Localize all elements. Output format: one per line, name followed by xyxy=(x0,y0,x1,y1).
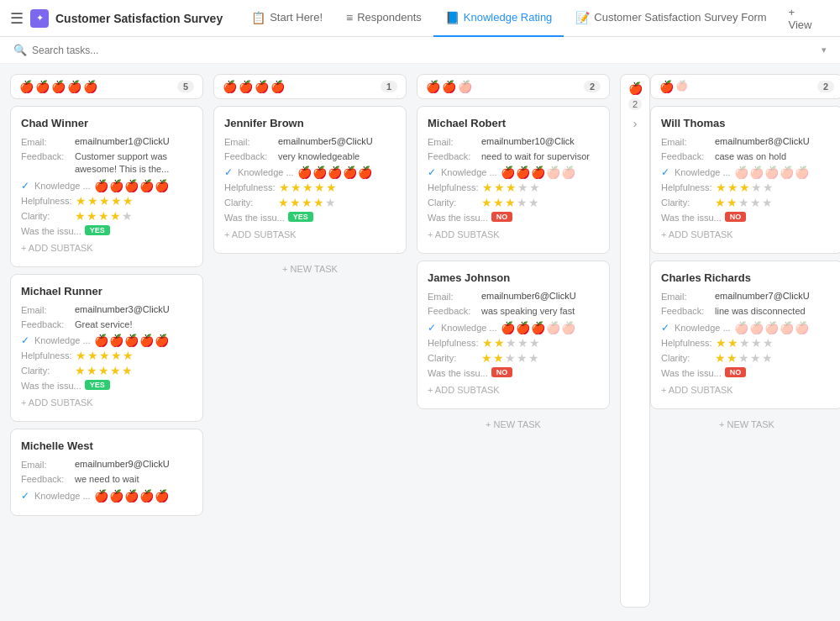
email-value: emailnumber8@ClickU xyxy=(715,136,832,146)
add-subtask-btn[interactable]: + ADD SUBTASK xyxy=(224,226,396,243)
helpfulness-stars: ★★★★★ xyxy=(716,182,774,193)
collapsed-count: 2 xyxy=(628,98,642,110)
search-bar: 🔍 ▾ xyxy=(0,37,840,64)
expand-icon[interactable]: › xyxy=(633,117,638,130)
check-icon: ✓ xyxy=(21,180,29,192)
clarity-stars: ★★★★★ xyxy=(715,352,773,364)
check-icon: ✓ xyxy=(661,322,669,334)
column-4-stars: 🍎 🍎 🍎 🍎 1 Jennifer Brown Email: emailnum… xyxy=(213,74,407,608)
email-value: emailnumber1@ClickU xyxy=(75,136,192,146)
column-1-star-collapsed[interactable]: 🍎 2 › xyxy=(620,74,650,608)
add-subtask-btn[interactable]: + ADD SUBTASK xyxy=(661,382,832,398)
check-icon: ✓ xyxy=(661,166,669,178)
card-title: Michelle West xyxy=(21,439,192,452)
issue-badge: YES xyxy=(85,380,110,390)
header: ☰ ✦ Customer Satisfaction Survey 📋 Start… xyxy=(0,0,840,37)
feedback-value: Great service! xyxy=(75,318,192,331)
clarity-stars: ★★★★★ xyxy=(75,365,133,376)
issue-badge: NO xyxy=(491,212,513,222)
column-header-2: 🍎 🍎 2 xyxy=(650,74,840,99)
column-count-2: 2 xyxy=(817,81,834,92)
knowledge-stars: 🍎🍎🍎🍎🍎 xyxy=(94,490,169,502)
column-header-5: 🍎 🍎 🍎 🍎 🍎 5 xyxy=(10,74,203,99)
clarity-stars: ★★★★★ xyxy=(715,197,773,208)
clarity-stars: ★★★★★ xyxy=(278,197,336,208)
column-header-4: 🍎 🍎 🍎 🍎 1 xyxy=(213,74,407,99)
column-3-stars: 🍎 🍎 🍎 2 Michael Robert Email: emailnumbe… xyxy=(417,74,610,608)
card-title: Chad Winner xyxy=(21,117,192,129)
nav-tabs: 📋 Start Here! ≡ Respondents 📘 Knowledge … xyxy=(239,0,830,37)
column-header-3: 🍎 🍎 🍎 2 xyxy=(417,74,610,99)
feedback-value: need to wait for supervisor xyxy=(481,150,599,163)
search-input[interactable] xyxy=(32,45,816,56)
column-2-stars: 🍎 🍎 2 ∧ ∨ Will Thomas Email: emailnumber… xyxy=(650,74,840,608)
start-icon: 📋 xyxy=(251,11,265,24)
search-icon: 🔍 xyxy=(13,44,27,56)
issue-badge: NO xyxy=(725,367,747,377)
tab-start-here[interactable]: 📋 Start Here! xyxy=(239,0,334,37)
email-value: emailnumber10@Click xyxy=(481,136,599,146)
feedback-value: case was on hold xyxy=(715,150,832,163)
check-icon: ✓ xyxy=(428,166,436,178)
helpfulness-stars: ★★★★★ xyxy=(279,182,337,193)
column-count-4: 1 xyxy=(381,81,397,92)
add-subtask-btn[interactable]: + ADD SUBTASK xyxy=(428,382,599,398)
email-value: emailnumber3@ClickU xyxy=(75,304,192,314)
card-title: James Johnson xyxy=(428,271,599,284)
search-dropdown-icon[interactable]: ▾ xyxy=(822,45,827,55)
tab-knowledge-rating[interactable]: 📘 Knowledge Rating xyxy=(433,0,564,37)
knowledge-stars: 🍎🍎🍎🍎🍎 xyxy=(94,180,169,192)
column-stars: 🍎 🍎 xyxy=(659,80,688,93)
card-will-thomas: Will Thomas Email: emailnumber8@ClickU F… xyxy=(650,106,840,254)
column-count-3: 2 xyxy=(584,81,601,92)
card-michael-runner: Michael Runner Email: emailnumber3@Click… xyxy=(10,274,203,422)
card-michael-robert: Michael Robert Email: emailnumber10@Clic… xyxy=(417,106,610,254)
issue-badge: YES xyxy=(85,225,110,235)
card-title: Michael Runner xyxy=(21,285,192,297)
add-subtask-btn[interactable]: + ADD SUBTASK xyxy=(21,239,192,256)
board: 🍎 🍎 🍎 🍎 🍎 5 Chad Winner Email: emailnumb… xyxy=(0,64,840,618)
check-icon: ✓ xyxy=(21,490,29,502)
add-subtask-btn[interactable]: + ADD SUBTASK xyxy=(428,226,599,243)
email-value: emailnumber6@ClickU xyxy=(481,291,599,301)
form-icon: 📝 xyxy=(575,11,590,24)
add-subtask-btn[interactable]: + ADD SUBTASK xyxy=(21,394,192,411)
knowledge-stars: 🍎🍎🍎🍎🍎 xyxy=(734,322,809,334)
add-subtask-btn[interactable]: + ADD SUBTASK xyxy=(661,226,832,243)
helpfulness-stars: ★★★★★ xyxy=(482,182,540,193)
respondents-icon: ≡ xyxy=(346,11,353,24)
menu-icon[interactable]: ☰ xyxy=(10,9,24,28)
column-stars: 🍎 🍎 🍎 🍎 xyxy=(223,80,285,93)
project-title: Customer Satisfaction Survey xyxy=(55,12,223,25)
knowledge-icon: 📘 xyxy=(445,11,459,24)
card-jennifer-brown: Jennifer Brown Email: emailnumber5@Click… xyxy=(213,106,407,254)
knowledge-stars: 🍎🍎🍎🍎🍎 xyxy=(297,166,372,178)
check-icon: ✓ xyxy=(21,334,29,346)
new-task-btn[interactable]: + NEW TASK xyxy=(213,261,407,277)
knowledge-stars: 🍎🍎🍎🍎🍎 xyxy=(501,322,575,334)
feedback-value: was speaking very fast xyxy=(481,305,599,318)
clarity-stars: ★★★★★ xyxy=(481,352,539,364)
card-title: Michael Robert xyxy=(428,117,599,129)
card-title: Jennifer Brown xyxy=(224,117,396,129)
knowledge-stars: 🍎🍎🍎🍎🍎 xyxy=(501,166,575,178)
view-button[interactable]: + View xyxy=(779,0,830,37)
new-task-btn[interactable]: + NEW TASK xyxy=(650,416,840,433)
card-james-johnson: James Johnson Email: emailnumber6@ClickU… xyxy=(417,261,610,408)
feedback-value: very knowledgeable xyxy=(278,150,396,163)
column-stars: 🍎 🍎 🍎 🍎 🍎 xyxy=(19,80,97,93)
knowledge-stars: 🍎🍎🍎🍎🍎 xyxy=(734,166,809,178)
column-count-5: 5 xyxy=(177,81,194,92)
column-stars: 🍎 🍎 🍎 xyxy=(426,80,472,93)
card-chad-winner: Chad Winner Email: emailnumber1@ClickU F… xyxy=(10,106,203,267)
check-icon: ✓ xyxy=(224,166,233,178)
knowledge-stars: 🍎🍎🍎🍎🍎 xyxy=(94,334,169,346)
helpfulness-stars: ★★★★★ xyxy=(716,337,774,349)
tab-survey-form[interactable]: 📝 Customer Satisfaction Survey Form xyxy=(564,0,778,37)
app-icon: ✦ xyxy=(30,9,49,28)
tab-respondents[interactable]: ≡ Respondents xyxy=(334,0,433,37)
helpfulness-stars: ★★★★★ xyxy=(76,350,134,361)
issue-badge: NO xyxy=(725,212,747,222)
email-value: emailnumber7@ClickU xyxy=(715,291,832,301)
new-task-btn[interactable]: + NEW TASK xyxy=(417,416,610,433)
